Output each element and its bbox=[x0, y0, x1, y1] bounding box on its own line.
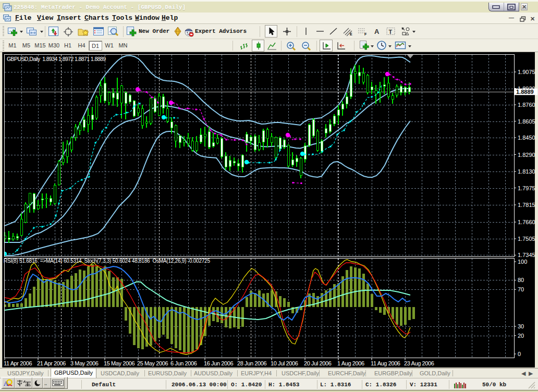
svg-text:70: 70 bbox=[518, 286, 524, 292]
svg-text:F: F bbox=[364, 32, 367, 36]
svg-text:E: E bbox=[350, 32, 352, 36]
svg-text:1 Aug 2006: 1 Aug 2006 bbox=[337, 360, 364, 366]
svg-text:1.8130: 1.8130 bbox=[518, 168, 535, 175]
svg-text:80: 80 bbox=[518, 277, 524, 283]
svg-text:1.8605: 1.8605 bbox=[518, 118, 535, 125]
svg-text:20 Jul 2006: 20 Jul 2006 bbox=[304, 360, 332, 366]
svg-text:3 May 2006: 3 May 2006 bbox=[70, 360, 99, 366]
svg-text:1.8889: 1.8889 bbox=[516, 89, 534, 95]
svg-text:1.7345: 1.7345 bbox=[518, 252, 535, 258]
svg-text:28 Jun 2006: 28 Jun 2006 bbox=[237, 360, 266, 366]
svg-text:,,: ,, bbox=[44, 381, 47, 386]
svg-text:1.7815: 1.7815 bbox=[518, 202, 535, 208]
svg-text:11 Aug 2006: 11 Aug 2006 bbox=[371, 360, 400, 366]
svg-text:21 Apr 2006: 21 Apr 2006 bbox=[37, 360, 66, 366]
svg-text:10 Jul 2006: 10 Jul 2006 bbox=[271, 360, 298, 366]
svg-text:11 Apr 2006: 11 Apr 2006 bbox=[4, 360, 32, 366]
svg-text:0: 0 bbox=[518, 351, 521, 357]
svg-text:A: A bbox=[374, 28, 380, 35]
svg-text:16 Jun 2006: 16 Jun 2006 bbox=[204, 360, 233, 366]
svg-text:30: 30 bbox=[518, 323, 524, 329]
svg-text:1.7975: 1.7975 bbox=[518, 185, 535, 191]
svg-text:1.7505: 1.7505 bbox=[518, 236, 535, 242]
svg-text:100: 100 bbox=[518, 259, 527, 265]
svg-text:6 Jun 2006: 6 Jun 2006 bbox=[170, 360, 197, 366]
svg-text:1.8760: 1.8760 bbox=[518, 102, 535, 108]
svg-text:GBPUSD,Daily 1.8934 1.8972 1.: GBPUSD,Daily 1.8934 1.8972 1.8871 1.8889 bbox=[7, 56, 106, 62]
svg-text:T: T bbox=[389, 29, 393, 35]
svg-text:1.7660: 1.7660 bbox=[518, 219, 535, 225]
svg-text:25 May 2006: 25 May 2006 bbox=[137, 360, 168, 366]
svg-text:1.9075: 1.9075 bbox=[518, 69, 535, 75]
svg-text:20: 20 bbox=[518, 333, 524, 339]
svg-text:1.8450: 1.8450 bbox=[518, 134, 535, 141]
svg-text:RSI(8) 51.6816 =>MA(14) 60.53: RSI(8) 51.6816 =>MA(14) 60.5314 Stoch(7,… bbox=[4, 258, 210, 264]
svg-text:15 May 2006: 15 May 2006 bbox=[104, 360, 134, 366]
svg-text:23 Aug 2006: 23 Aug 2006 bbox=[404, 360, 434, 366]
svg-text:1.8290: 1.8290 bbox=[518, 152, 535, 158]
